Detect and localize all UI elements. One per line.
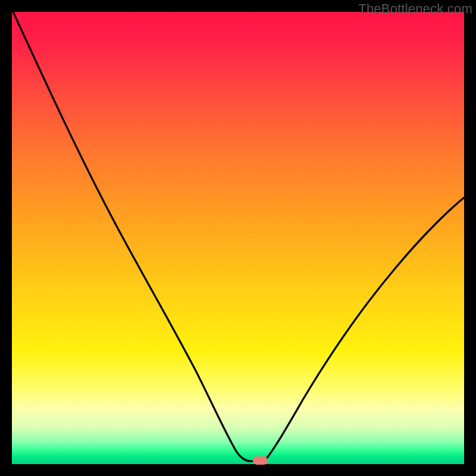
plot-area (12, 12, 464, 464)
watermark-text: TheBottleneck.com (358, 1, 472, 17)
bottleneck-curve (12, 12, 464, 464)
optimal-marker (253, 456, 268, 465)
chart-frame: TheBottleneck.com (0, 0, 476, 476)
